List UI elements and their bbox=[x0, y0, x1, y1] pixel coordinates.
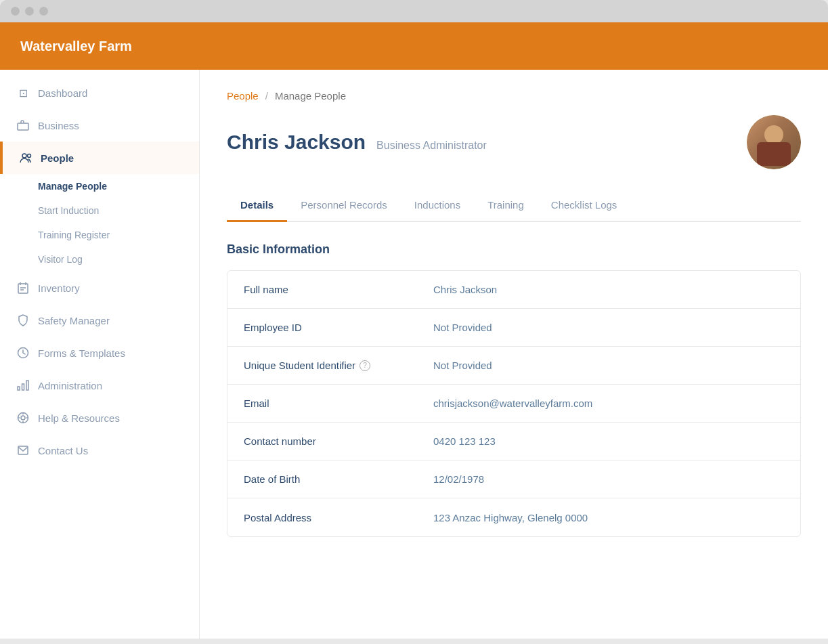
sidebar-item-label: Help & Resources bbox=[38, 412, 120, 424]
business-icon bbox=[16, 119, 30, 132]
sidebar: ⊡ Dashboard Business bbox=[0, 70, 200, 639]
sidebar-item-label: Business bbox=[38, 120, 79, 131]
field-value-contact: 0420 123 123 bbox=[417, 425, 800, 458]
help-icon bbox=[16, 411, 30, 425]
people-submenu: Manage People Start Induction Training R… bbox=[0, 174, 199, 272]
subitem-start-induction[interactable]: Start Induction bbox=[0, 198, 199, 223]
profile-name: Chris Jackson bbox=[227, 131, 366, 154]
subitem-manage-people[interactable]: Manage People bbox=[0, 174, 199, 198]
sidebar-item-safety-manager[interactable]: Safety Manager bbox=[0, 304, 199, 337]
contact-icon bbox=[16, 444, 30, 457]
table-row: Email chrisjackson@watervalleyfarm.com bbox=[227, 385, 800, 423]
field-value-postal: 123 Anzac Highway, Glenelg 0000 bbox=[417, 501, 800, 534]
brand-name: Watervalley Farm bbox=[20, 39, 132, 54]
table-row: Postal Address 123 Anzac Highway, Glenel… bbox=[227, 498, 800, 536]
svg-rect-0 bbox=[18, 123, 28, 130]
field-value-full-name: Chris Jackson bbox=[417, 273, 800, 306]
field-label-dob: Date of Birth bbox=[227, 463, 417, 496]
inventory-icon bbox=[16, 281, 30, 295]
sidebar-item-administration[interactable]: Administration bbox=[0, 369, 199, 402]
sidebar-item-label: Dashboard bbox=[38, 87, 87, 99]
breadcrumb-separator: / bbox=[265, 90, 268, 102]
profile-role: Business Administrator bbox=[376, 139, 487, 152]
tab-details[interactable]: Details bbox=[227, 190, 287, 222]
field-value-usi: Not Provided bbox=[417, 349, 800, 382]
svg-rect-7 bbox=[26, 381, 28, 390]
chrome-dot-yellow bbox=[25, 7, 34, 16]
svg-point-1 bbox=[22, 154, 26, 158]
usi-hint-icon[interactable]: ? bbox=[359, 360, 370, 371]
breadcrumb: People / Manage People bbox=[227, 90, 801, 102]
sidebar-item-people[interactable]: People bbox=[0, 142, 199, 174]
subitem-training-register[interactable]: Training Register bbox=[0, 223, 199, 247]
field-label-usi: Unique Student Identifier ? bbox=[227, 349, 417, 382]
field-label-contact: Contact number bbox=[227, 425, 417, 458]
field-label-full-name: Full name bbox=[227, 273, 417, 306]
sidebar-item-label: Forms & Templates bbox=[38, 347, 125, 359]
svg-rect-6 bbox=[22, 384, 24, 390]
people-icon bbox=[19, 151, 32, 165]
sidebar-item-help-resources[interactable]: Help & Resources bbox=[0, 402, 199, 434]
tab-inductions[interactable]: Inductions bbox=[401, 190, 474, 222]
sidebar-item-label: Safety Manager bbox=[38, 315, 110, 326]
table-row: Full name Chris Jackson bbox=[227, 271, 800, 309]
forms-icon bbox=[16, 346, 30, 360]
chrome-dot-green bbox=[39, 7, 48, 16]
tab-training[interactable]: Training bbox=[474, 190, 538, 222]
svg-rect-5 bbox=[18, 387, 20, 390]
table-row: Date of Birth 12/02/1978 bbox=[227, 460, 800, 498]
sidebar-item-label: Contact Us bbox=[38, 445, 88, 456]
avatar-head bbox=[764, 125, 783, 144]
sidebar-item-inventory[interactable]: Inventory bbox=[0, 272, 199, 304]
profile-avatar bbox=[747, 115, 801, 169]
safety-icon bbox=[16, 314, 30, 327]
subitem-visitor-log[interactable]: Visitor Log bbox=[0, 247, 199, 272]
sidebar-item-label: Administration bbox=[38, 380, 102, 391]
field-value-email: chrisjackson@watervalleyfarm.com bbox=[417, 387, 800, 420]
field-label-postal: Postal Address bbox=[227, 501, 417, 534]
main-layout: ⊡ Dashboard Business bbox=[0, 70, 828, 639]
field-label-employee-id: Employee ID bbox=[227, 311, 417, 344]
sidebar-item-dashboard[interactable]: ⊡ Dashboard bbox=[0, 77, 199, 109]
table-row: Unique Student Identifier ? Not Provided bbox=[227, 347, 800, 385]
app-wrapper: Watervalley Farm ⊡ Dashboard Business bbox=[0, 22, 828, 639]
admin-icon bbox=[16, 379, 30, 392]
content-area: People / Manage People Chris Jackson Bus… bbox=[200, 70, 828, 639]
profile-title-group: Chris Jackson Business Administrator bbox=[227, 131, 487, 154]
table-row: Employee ID Not Provided bbox=[227, 309, 800, 347]
dashboard-icon: ⊡ bbox=[16, 86, 30, 100]
tab-personnel-records[interactable]: Personnel Records bbox=[287, 190, 401, 222]
sidebar-item-label: Inventory bbox=[38, 282, 80, 294]
sidebar-item-label: People bbox=[41, 152, 74, 164]
svg-point-2 bbox=[28, 154, 31, 158]
field-value-employee-id: Not Provided bbox=[417, 311, 800, 344]
tab-checklist-logs[interactable]: Checklist Logs bbox=[538, 190, 631, 222]
breadcrumb-current: Manage People bbox=[275, 90, 346, 102]
sidebar-item-forms-templates[interactable]: Forms & Templates bbox=[0, 337, 199, 369]
tab-bar: Details Personnel Records Inductions Tra… bbox=[227, 190, 801, 222]
sidebar-item-business[interactable]: Business bbox=[0, 109, 199, 142]
table-row: Contact number 0420 123 123 bbox=[227, 423, 800, 460]
avatar-body bbox=[757, 142, 791, 166]
info-table: Full name Chris Jackson Employee ID Not … bbox=[227, 270, 801, 537]
field-value-dob: 12/02/1978 bbox=[417, 463, 800, 496]
top-header: Watervalley Farm bbox=[0, 22, 828, 70]
profile-header: Chris Jackson Business Administrator bbox=[227, 115, 801, 169]
field-label-email: Email bbox=[227, 387, 417, 420]
breadcrumb-people-link[interactable]: People bbox=[227, 90, 259, 102]
window-chrome bbox=[0, 0, 828, 22]
chrome-dot-red bbox=[11, 7, 20, 16]
svg-rect-3 bbox=[18, 284, 28, 293]
sidebar-item-contact-us[interactable]: Contact Us bbox=[0, 434, 199, 467]
avatar-image bbox=[747, 115, 801, 169]
section-title: Basic Information bbox=[227, 242, 801, 257]
